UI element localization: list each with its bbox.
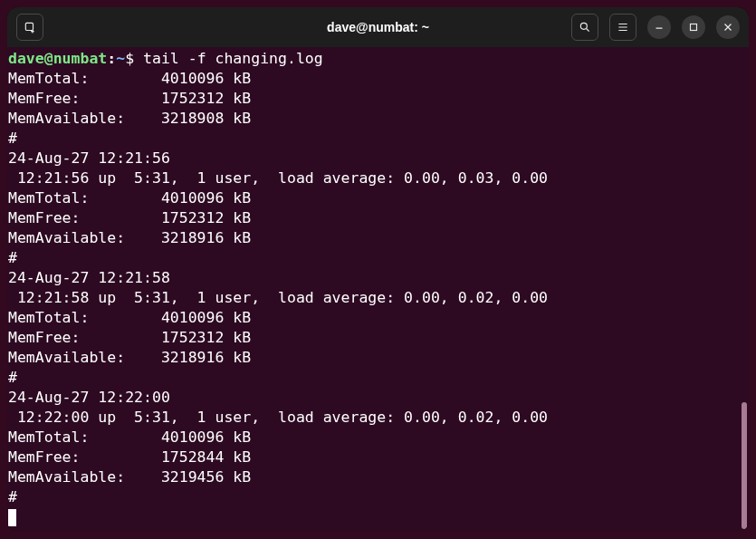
prompt-path: ~ <box>116 50 125 67</box>
minimize-button[interactable] <box>647 15 671 39</box>
output-line: MemTotal: 4010096 kB <box>8 308 748 328</box>
close-icon <box>722 21 734 34</box>
hamburger-icon <box>617 21 629 34</box>
output-line: MemAvailable: 3218908 kB <box>8 109 748 129</box>
svg-point-3 <box>580 23 587 29</box>
new-tab-button[interactable] <box>16 14 43 41</box>
output-line: # <box>8 487 748 507</box>
svg-line-4 <box>587 29 589 32</box>
close-button[interactable] <box>716 15 740 39</box>
output-line: 24-Aug-27 12:21:56 <box>8 149 748 168</box>
output-line: 24-Aug-27 12:21:58 <box>8 268 748 288</box>
prompt-line: dave@numbat:~$ tail -f changing.log <box>8 49 748 69</box>
output-line: # <box>8 368 748 388</box>
output-line: MemAvailable: 3218916 kB <box>8 228 748 248</box>
output-line: # <box>8 248 748 268</box>
menu-button[interactable] <box>609 14 636 41</box>
maximize-icon <box>687 21 700 34</box>
output-line: 12:22:00 up 5:31, 1 user, load average: … <box>8 408 748 428</box>
output-line: MemFree: 1752312 kB <box>8 89 748 109</box>
new-tab-icon <box>24 21 36 34</box>
svg-rect-0 <box>25 23 33 30</box>
terminal-body[interactable]: dave@numbat:~$ tail -f changing.log MemT… <box>7 47 749 532</box>
titlebar: dave@numbat: ~ <box>7 7 749 47</box>
window-title: dave@numbat: ~ <box>327 20 429 34</box>
output-line: MemTotal: 4010096 kB <box>8 428 748 448</box>
prompt-dollar: $ <box>125 50 143 67</box>
cursor <box>8 509 16 526</box>
minimize-icon <box>653 21 665 34</box>
output-line: MemFree: 1752844 kB <box>8 448 748 467</box>
terminal-window: dave@numbat: ~ <box>7 7 749 532</box>
prompt-userhost: dave@numbat <box>8 50 107 67</box>
output-line: MemAvailable: 3218916 kB <box>8 348 748 368</box>
output-line: MemFree: 1752312 kB <box>8 208 748 228</box>
maximize-button[interactable] <box>682 15 705 39</box>
output-line: 24-Aug-27 12:22:00 <box>8 388 748 408</box>
output-line: 12:21:56 up 5:31, 1 user, load average: … <box>8 168 748 188</box>
cursor-line <box>8 507 748 528</box>
output-line: MemFree: 1752312 kB <box>8 328 748 348</box>
command-text: tail -f changing.log <box>143 50 323 67</box>
output-line: MemTotal: 4010096 kB <box>8 69 748 89</box>
prompt-colon: : <box>107 50 116 67</box>
svg-rect-9 <box>691 24 697 31</box>
output-line: # <box>8 129 748 149</box>
output-line: 12:21:58 up 5:31, 1 user, load average: … <box>8 288 748 308</box>
output-line: MemAvailable: 3219456 kB <box>8 467 748 487</box>
search-button[interactable] <box>571 14 598 41</box>
search-icon <box>579 21 591 34</box>
scrollbar-thumb[interactable] <box>742 402 747 529</box>
output-line: MemTotal: 4010096 kB <box>8 188 748 208</box>
